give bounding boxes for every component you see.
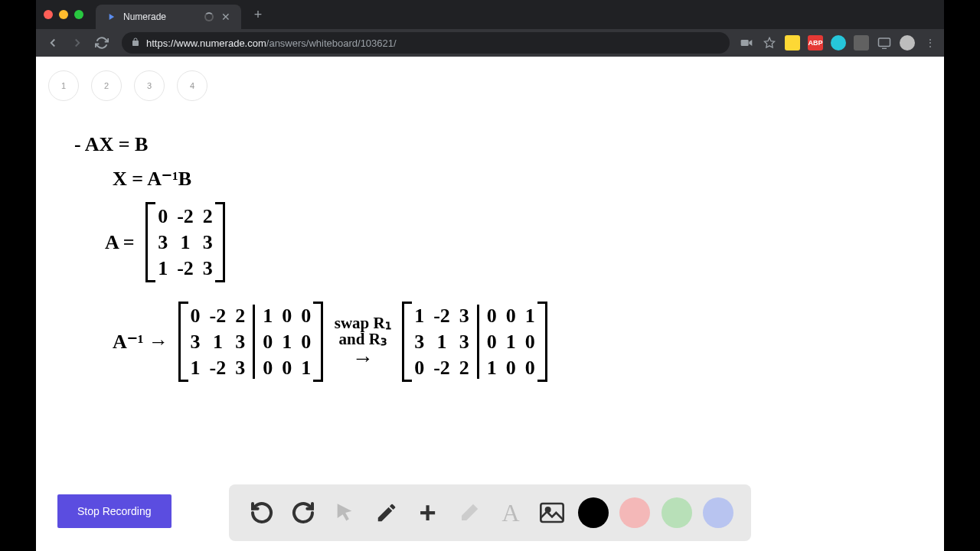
extension-2-icon[interactable]: [831, 35, 846, 51]
window-controls: [44, 10, 83, 19]
profile-avatar-icon[interactable]: [900, 35, 915, 51]
image-tool[interactable]: [537, 497, 567, 528]
maximize-window-button[interactable]: [74, 10, 83, 19]
redo-button[interactable]: [288, 497, 318, 528]
color-red[interactable]: [619, 497, 650, 528]
adblock-icon[interactable]: ABP: [808, 35, 823, 51]
whiteboard-toolbar: + A: [229, 484, 751, 541]
screen-icon[interactable]: [877, 35, 892, 51]
browser-toolbar: https://www.numerade.com/answers/whitebo…: [36, 29, 944, 57]
matrix-a-inverse-row: A⁻¹ → 031 -21-2 233 100 010 001 swap R₁ …: [113, 302, 547, 382]
lock-icon: [131, 37, 140, 49]
text-tool[interactable]: A: [495, 497, 526, 528]
reload-button[interactable]: [91, 32, 113, 54]
browser-window: Numerade ✕ + https://www.numerade.com/an…: [36, 0, 944, 551]
tab-bar: Numerade ✕ +: [36, 0, 944, 29]
star-icon[interactable]: [762, 35, 777, 51]
extensions: ABP ⋮: [739, 35, 938, 51]
svg-rect-2: [879, 38, 890, 47]
eraser-tool[interactable]: [454, 497, 485, 528]
camera-icon[interactable]: [739, 35, 754, 51]
close-tab-button[interactable]: ✕: [220, 11, 232, 23]
tab-favicon-icon: [105, 11, 117, 23]
extension-1-icon[interactable]: [785, 35, 800, 51]
pen-tool[interactable]: [371, 497, 402, 528]
page-3-button[interactable]: 3: [134, 70, 165, 101]
page-content: 1 2 3 4 - AX = B X = A⁻¹B A = 031 -21-2 …: [36, 57, 944, 551]
url-text: https://www.numerade.com/answers/whitebo…: [146, 37, 397, 49]
equation-2: X = A⁻¹B: [113, 167, 191, 191]
color-black[interactable]: [578, 497, 609, 528]
page-navigation: 1 2 3 4: [48, 70, 207, 101]
close-window-button[interactable]: [44, 10, 53, 19]
browser-tab[interactable]: Numerade ✕: [96, 5, 241, 29]
extension-3-icon[interactable]: [854, 35, 869, 51]
svg-marker-1: [764, 37, 774, 47]
stop-recording-button[interactable]: Stop Recording: [57, 494, 172, 528]
whiteboard-canvas[interactable]: - AX = B X = A⁻¹B A = 031 -21-2 233 A⁻¹ …: [74, 133, 906, 459]
matrix-a: A = 031 -21-2 233: [105, 202, 225, 282]
page-4-button[interactable]: 4: [177, 70, 207, 101]
new-tab-button[interactable]: +: [247, 4, 269, 25]
color-blue[interactable]: [703, 497, 733, 528]
page-1-button[interactable]: 1: [48, 70, 79, 101]
equation-1: - AX = B: [74, 133, 148, 156]
forward-button[interactable]: [67, 32, 88, 54]
pointer-tool[interactable]: [329, 497, 360, 528]
minimize-window-button[interactable]: [59, 10, 68, 19]
menu-icon[interactable]: ⋮: [923, 35, 938, 51]
page-2-button[interactable]: 2: [91, 70, 122, 101]
add-tool[interactable]: +: [413, 497, 443, 528]
tab-loading-icon: [204, 12, 214, 21]
color-green[interactable]: [662, 497, 692, 528]
svg-rect-4: [541, 504, 564, 522]
svg-rect-0: [741, 40, 749, 46]
undo-button[interactable]: [247, 497, 277, 528]
address-bar[interactable]: https://www.numerade.com/answers/whitebo…: [122, 32, 730, 54]
back-button[interactable]: [42, 32, 64, 54]
tab-title: Numerade: [123, 11, 198, 22]
